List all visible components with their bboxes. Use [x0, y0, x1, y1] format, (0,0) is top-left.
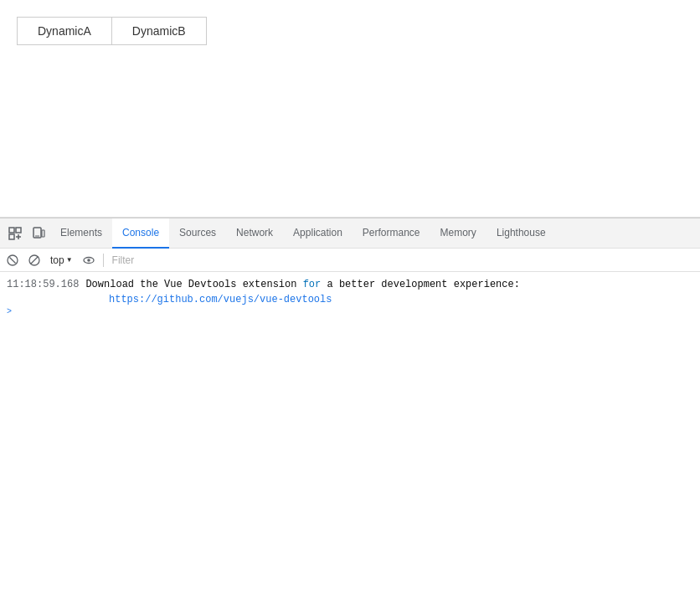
- toolbar-separator: [103, 254, 104, 267]
- svg-rect-1: [9, 234, 14, 239]
- svg-point-11: [87, 259, 90, 262]
- tab-elements[interactable]: Elements: [50, 218, 112, 249]
- log-timestamp: 11:18:59.168: [7, 277, 79, 292]
- svg-line-9: [31, 256, 39, 264]
- console-output: 11:18:59.168 Download the Vue Devtools e…: [0, 272, 700, 595]
- tab-dynamic-a[interactable]: DynamicA: [17, 17, 111, 45]
- tab-sources[interactable]: Sources: [169, 218, 226, 249]
- app-area: DynamicA DynamicB: [0, 0, 700, 218]
- device-toggle-icon[interactable]: [27, 222, 50, 245]
- console-toolbar: top ▼: [0, 249, 700, 272]
- expand-arrow-icon[interactable]: >: [7, 307, 12, 316]
- app-tab-buttons: DynamicA DynamicB: [17, 17, 683, 45]
- inspect-icon[interactable]: [3, 222, 27, 245]
- svg-rect-4: [42, 230, 44, 237]
- tab-console[interactable]: Console: [112, 218, 169, 249]
- console-expand-row[interactable]: >: [0, 305, 700, 318]
- console-log-line: 11:18:59.168 Download the Vue Devtools e…: [0, 275, 700, 294]
- eye-icon[interactable]: [80, 251, 98, 269]
- context-selector[interactable]: top ▼: [47, 252, 76, 269]
- console-filter-input[interactable]: [109, 254, 697, 266]
- tab-lighthouse[interactable]: Lighthouse: [486, 218, 556, 249]
- svg-rect-2: [16, 228, 21, 233]
- svg-line-7: [9, 257, 15, 263]
- log-message: Download the Vue Devtools extension for …: [85, 277, 693, 292]
- devtools-link[interactable]: https://github.com/vuejs/vue-devtools: [0, 294, 700, 305]
- tab-performance[interactable]: Performance: [353, 218, 430, 249]
- block-icon[interactable]: [25, 251, 44, 269]
- svg-rect-0: [9, 228, 14, 233]
- tab-application[interactable]: Application: [283, 218, 353, 249]
- tab-memory[interactable]: Memory: [430, 218, 486, 249]
- tab-dynamic-b[interactable]: DynamicB: [111, 17, 207, 45]
- context-dropdown-arrow: ▼: [66, 256, 73, 264]
- devtools-panel: Elements Console Sources Network Applica…: [0, 218, 700, 595]
- clear-console-icon[interactable]: [3, 251, 22, 269]
- devtools-tab-bar: Elements Console Sources Network Applica…: [0, 218, 700, 249]
- tab-network[interactable]: Network: [226, 218, 283, 249]
